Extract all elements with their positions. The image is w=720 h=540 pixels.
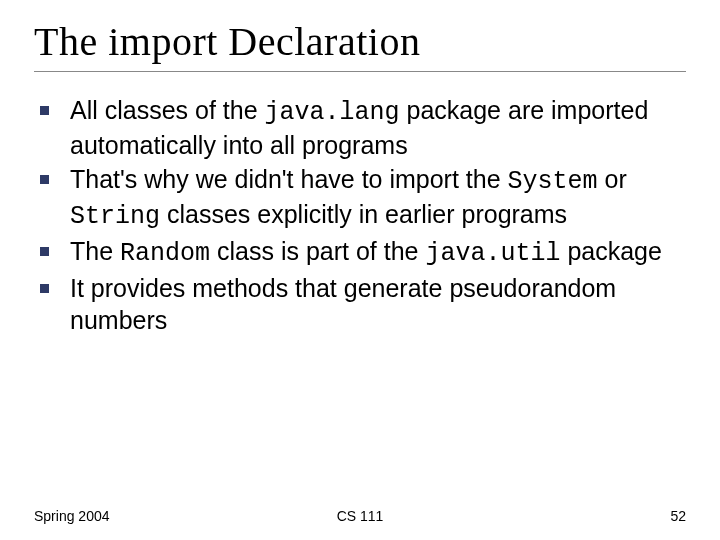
footer-right: 52 <box>670 508 686 524</box>
square-bullet-icon <box>40 106 49 115</box>
bullet-text: It provides methods that generate pseudo… <box>70 274 616 334</box>
square-bullet-icon <box>40 175 49 184</box>
list-item: It provides methods that generate pseudo… <box>70 272 686 336</box>
bullet-text: The <box>70 237 120 265</box>
bullet-text: or <box>598 165 627 193</box>
code-text: java.util <box>425 239 560 268</box>
list-item: That's why we didn't have to import the … <box>70 163 686 233</box>
square-bullet-icon <box>40 284 49 293</box>
bullet-text: class is part of the <box>210 237 425 265</box>
footer-left: Spring 2004 <box>34 508 110 524</box>
footer-center: CS 111 <box>337 508 384 524</box>
slide-footer: Spring 2004 CS 111 52 <box>34 508 686 524</box>
bullet-text: That's why we didn't have to import the <box>70 165 508 193</box>
slide-title: The import Declaration <box>34 18 686 72</box>
bullet-text: package <box>560 237 661 265</box>
code-text: Random <box>120 239 210 268</box>
code-text: String <box>70 202 160 231</box>
list-item: All classes of the java.lang package are… <box>70 94 686 161</box>
square-bullet-icon <box>40 247 49 256</box>
list-item: The Random class is part of the java.uti… <box>70 235 686 270</box>
code-text: System <box>508 167 598 196</box>
bullet-text: All classes of the <box>70 96 265 124</box>
bullet-text: classes explicitly in earlier programs <box>160 200 567 228</box>
bullet-list: All classes of the java.lang package are… <box>34 94 686 336</box>
code-text: java.lang <box>265 98 400 127</box>
